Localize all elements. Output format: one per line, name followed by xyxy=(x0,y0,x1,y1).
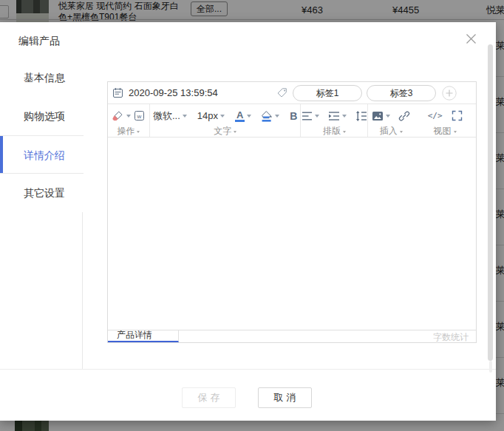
dropdown-caret-icon[interactable] xyxy=(220,115,225,120)
close-icon[interactable] xyxy=(465,33,480,47)
font-color-button[interactable]: A xyxy=(235,110,245,122)
calendar-icon xyxy=(112,87,123,98)
caret-down-icon xyxy=(454,131,457,135)
cancel-button[interactable]: 取消 xyxy=(258,387,312,408)
view-menu[interactable]: 视图 xyxy=(414,126,476,137)
align-icon[interactable] xyxy=(302,111,313,121)
tab-shop-options[interactable]: 购物选项 xyxy=(0,97,83,135)
insert-image-icon[interactable] xyxy=(372,111,384,121)
tag-pill-1[interactable]: 标签1 xyxy=(293,85,362,101)
dropdown-caret-icon[interactable] xyxy=(386,115,390,120)
datetime-field[interactable]: 2020-09-25 13:59:54 xyxy=(129,87,218,98)
tab-product-detail[interactable]: 产品详情 xyxy=(108,330,179,342)
scrollbar-track xyxy=(489,361,492,373)
tab-label: 购物选项 xyxy=(24,110,65,122)
editor-meta-row: 2020-09-25 13:59:54 标签1 标签3 xyxy=(108,82,476,104)
edit-product-dialog: 编辑产品 基本信息 购物选项 详情介绍 其它设置 2020-09-25 13:5… xyxy=(0,22,496,421)
tag-icon xyxy=(277,87,288,98)
caret-down-icon xyxy=(400,131,403,135)
source-code-icon[interactable]: </> xyxy=(428,111,443,121)
dropdown-caret-icon[interactable] xyxy=(247,115,251,120)
indent-icon[interactable] xyxy=(328,111,340,121)
scrollbar-thumb[interactable] xyxy=(488,44,493,361)
layout-menu[interactable]: 排版 xyxy=(301,126,367,137)
group-label: 视图 xyxy=(434,125,452,138)
fullscreen-icon[interactable] xyxy=(452,110,463,121)
group-label: 排版 xyxy=(323,125,341,138)
group-label: 文字 xyxy=(214,125,231,138)
word-import-icon[interactable]: w xyxy=(134,110,145,121)
editor-toolbar: w 操作 微软... 14px A xyxy=(108,104,476,138)
editor-content-area[interactable] xyxy=(108,138,476,331)
dropdown-caret-icon[interactable] xyxy=(183,115,187,120)
dialog-title: 编辑产品 xyxy=(18,35,60,48)
dropdown-caret-icon[interactable] xyxy=(342,115,347,120)
tab-label: 详情介绍 xyxy=(24,149,65,161)
dropdown-caret-icon[interactable] xyxy=(126,115,131,120)
toolbar-group-insert: 插入 xyxy=(368,104,414,137)
operate-menu[interactable]: 操作 xyxy=(108,126,149,137)
toolbar-group-operate: w 操作 xyxy=(108,104,150,137)
dropdown-caret-icon[interactable] xyxy=(275,115,279,120)
tab-other-settings[interactable]: 其它设置 xyxy=(0,174,83,212)
background-color-icon[interactable] xyxy=(260,110,273,122)
add-tag-button[interactable] xyxy=(442,86,457,101)
editor-bottom-bar: 产品详情 字数统计 xyxy=(108,330,476,342)
caret-down-icon xyxy=(137,131,140,135)
toolbar-group-layout: 排版 xyxy=(301,104,368,137)
svg-text:w: w xyxy=(137,113,142,120)
tag-pill-2[interactable]: 标签3 xyxy=(367,85,436,101)
tab-detail-intro[interactable]: 详情介绍 xyxy=(0,135,84,174)
text-menu[interactable]: 文字 xyxy=(150,126,301,137)
toolbar-group-text: 微软... 14px A B xyxy=(150,104,302,137)
screen: 悦莱家居 现代简约 石面象牙白色+黑檀色T901餐台 全部... ¥463 ¥4… xyxy=(0,0,504,431)
toolbar-group-view: </> 视图 xyxy=(414,104,476,137)
group-label: 操作 xyxy=(117,125,134,138)
font-size-select[interactable]: 14px xyxy=(197,110,218,121)
dropdown-caret-icon[interactable] xyxy=(315,115,319,120)
footer-divider xyxy=(0,369,496,370)
bold-button[interactable]: B xyxy=(290,110,297,122)
insert-link-icon[interactable] xyxy=(398,110,410,122)
tab-basic-info[interactable]: 基本信息 xyxy=(0,58,83,97)
insert-menu[interactable]: 插入 xyxy=(368,126,414,137)
line-height-icon[interactable] xyxy=(355,111,367,121)
caret-down-icon xyxy=(234,131,236,135)
word-count-button[interactable]: 字数统计 xyxy=(433,331,469,344)
font-family-select[interactable]: 微软... xyxy=(153,109,180,123)
clear-format-icon[interactable] xyxy=(112,110,123,122)
rich-text-editor: 2020-09-25 13:59:54 标签1 标签3 xyxy=(107,81,477,343)
tab-label: 其它设置 xyxy=(24,187,65,199)
tab-label: 基本信息 xyxy=(24,72,65,84)
caret-down-icon xyxy=(343,131,346,135)
save-button[interactable]: 保存 xyxy=(182,387,236,408)
group-label: 插入 xyxy=(380,125,398,138)
